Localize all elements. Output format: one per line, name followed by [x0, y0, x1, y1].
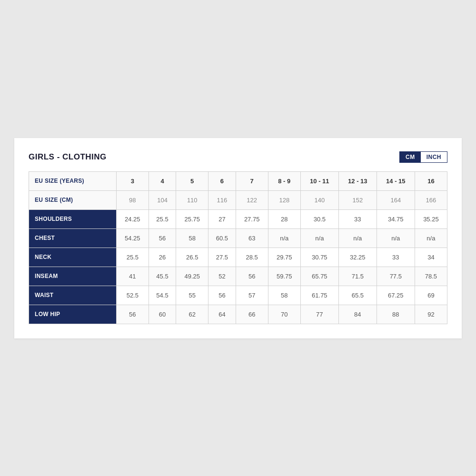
- col-cm-166: 166: [415, 190, 447, 209]
- cell-chest-3: 60.5: [208, 228, 236, 248]
- col-cm-152: 152: [338, 190, 377, 209]
- cell-waist-0: 52.5: [116, 286, 149, 305]
- cell-inseam-5: 59.75: [268, 267, 300, 286]
- col-header-4: 4: [149, 171, 176, 190]
- size-table: EU SIZE (YEARS) 3 4 5 6 7 8 - 9 10 - 11 …: [29, 171, 447, 324]
- cell-low hip-8: 88: [377, 305, 415, 324]
- col-header-8-9: 8 - 9: [268, 171, 300, 190]
- inch-button[interactable]: INCH: [421, 152, 447, 162]
- col-header-10-11: 10 - 11: [300, 171, 338, 190]
- cm-button[interactable]: CM: [400, 152, 421, 162]
- col-cm-122: 122: [236, 190, 268, 209]
- col-header-14-15: 14 - 15: [377, 171, 415, 190]
- cell-inseam-4: 56: [236, 267, 268, 286]
- table-row: CHEST54.25565860.563n/an/an/an/an/a: [29, 228, 447, 248]
- col-header-16: 16: [415, 171, 447, 190]
- size-guide-card: GIRLS - CLOTHING CM INCH EU SIZE (YEARS)…: [14, 138, 462, 338]
- cell-chest-6: n/a: [300, 228, 338, 248]
- col-cm-116: 116: [208, 190, 236, 209]
- card-header: GIRLS - CLOTHING CM INCH: [29, 151, 447, 163]
- cell-shoulders-8: 34.75: [377, 209, 415, 228]
- cell-waist-3: 56: [208, 286, 236, 305]
- col-header-7: 7: [236, 171, 268, 190]
- cell-shoulders-4: 27.75: [236, 209, 268, 228]
- col-header-6: 6: [208, 171, 236, 190]
- header-row-years: EU SIZE (YEARS) 3 4 5 6 7 8 - 9 10 - 11 …: [29, 171, 447, 190]
- col-header-5: 5: [176, 171, 208, 190]
- col-cm-104: 104: [149, 190, 176, 209]
- cell-neck-3: 27.5: [208, 248, 236, 267]
- row-label-low-hip: LOW HIP: [29, 305, 117, 324]
- table-row: INSEAM4145.549.25525659.7565.7571.577.57…: [29, 267, 447, 286]
- cell-waist-4: 57: [236, 286, 268, 305]
- cell-waist-1: 54.5: [149, 286, 176, 305]
- table-body: SHOULDERS24.2525.525.752727.752830.53334…: [29, 209, 447, 324]
- col-cm-128: 128: [268, 190, 300, 209]
- cell-shoulders-6: 30.5: [300, 209, 338, 228]
- cell-shoulders-3: 27: [208, 209, 236, 228]
- cell-shoulders-0: 24.25: [116, 209, 149, 228]
- cell-neck-0: 25.5: [116, 248, 149, 267]
- cell-chest-7: n/a: [338, 228, 377, 248]
- cell-inseam-3: 52: [208, 267, 236, 286]
- cell-shoulders-7: 33: [338, 209, 377, 228]
- cell-neck-7: 32.25: [338, 248, 377, 267]
- cell-chest-5: n/a: [268, 228, 300, 248]
- cell-inseam-1: 45.5: [149, 267, 176, 286]
- cell-chest-8: n/a: [377, 228, 415, 248]
- col-header-3: 3: [116, 171, 149, 190]
- card-title: GIRLS - CLOTHING: [29, 152, 107, 162]
- cell-inseam-7: 71.5: [338, 267, 377, 286]
- cell-waist-5: 58: [268, 286, 300, 305]
- cell-low hip-9: 92: [415, 305, 447, 324]
- unit-toggle[interactable]: CM INCH: [399, 151, 447, 163]
- col-header-12-13: 12 - 13: [338, 171, 377, 190]
- row-label-neck: NECK: [29, 248, 117, 267]
- cell-shoulders-5: 28: [268, 209, 300, 228]
- cell-inseam-9: 78.5: [415, 267, 447, 286]
- cell-low hip-4: 66: [236, 305, 268, 324]
- cell-neck-2: 26.5: [176, 248, 208, 267]
- cell-inseam-2: 49.25: [176, 267, 208, 286]
- col-cm-164: 164: [377, 190, 415, 209]
- cell-neck-1: 26: [149, 248, 176, 267]
- cell-neck-5: 29.75: [268, 248, 300, 267]
- cell-shoulders-1: 25.5: [149, 209, 176, 228]
- cell-waist-8: 67.25: [377, 286, 415, 305]
- cell-chest-4: 63: [236, 228, 268, 248]
- cell-neck-4: 28.5: [236, 248, 268, 267]
- cell-chest-2: 58: [176, 228, 208, 248]
- cell-waist-7: 65.5: [338, 286, 377, 305]
- col-cm-110: 110: [176, 190, 208, 209]
- col-cm-140: 140: [300, 190, 338, 209]
- table-row: NECK25.52626.527.528.529.7530.7532.25333…: [29, 248, 447, 267]
- cell-low hip-7: 84: [338, 305, 377, 324]
- page-wrapper: GIRLS - CLOTHING CM INCH EU SIZE (YEARS)…: [0, 0, 476, 476]
- cell-low hip-6: 77: [300, 305, 338, 324]
- cell-neck-9: 34: [415, 248, 447, 267]
- cell-inseam-6: 65.75: [300, 267, 338, 286]
- table-row: LOW HIP56606264667077848892: [29, 305, 447, 324]
- cell-inseam-8: 77.5: [377, 267, 415, 286]
- row-label-shoulders: SHOULDERS: [29, 209, 117, 228]
- row-label-chest: CHEST: [29, 228, 117, 248]
- cell-low hip-3: 64: [208, 305, 236, 324]
- cell-waist-9: 69: [415, 286, 447, 305]
- cell-low hip-2: 62: [176, 305, 208, 324]
- eu-size-years-header: EU SIZE (YEARS): [29, 171, 117, 190]
- cell-chest-0: 54.25: [116, 228, 149, 248]
- col-cm-98: 98: [116, 190, 149, 209]
- cell-shoulders-9: 35.25: [415, 209, 447, 228]
- cell-low hip-0: 56: [116, 305, 149, 324]
- cell-chest-1: 56: [149, 228, 176, 248]
- cell-shoulders-2: 25.75: [176, 209, 208, 228]
- cell-chest-9: n/a: [415, 228, 447, 248]
- table-row: SHOULDERS24.2525.525.752727.752830.53334…: [29, 209, 447, 228]
- header-row-cm: EU SIZE (CM) 98 104 110 116 122 128 140 …: [29, 190, 447, 209]
- eu-size-cm-header: EU SIZE (CM): [29, 190, 117, 209]
- cell-low hip-1: 60: [149, 305, 176, 324]
- cell-neck-6: 30.75: [300, 248, 338, 267]
- cell-neck-8: 33: [377, 248, 415, 267]
- cell-low hip-5: 70: [268, 305, 300, 324]
- table-row: WAIST52.554.55556575861.7565.567.2569: [29, 286, 447, 305]
